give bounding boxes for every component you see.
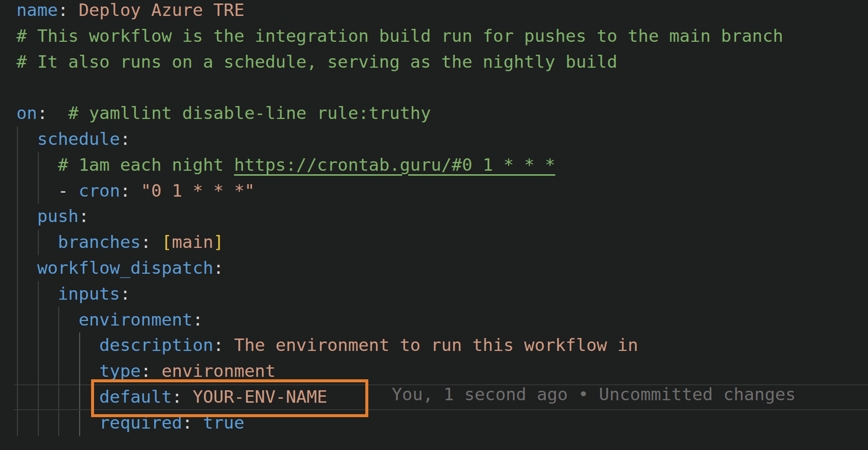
code-line[interactable]: # 1am each night https://crontab.guru/#0…: [0, 152, 868, 178]
code-token-plain: [16, 232, 58, 252]
indent-guide: [38, 358, 39, 384]
indent-guide: [17, 126, 18, 152]
code-line[interactable]: # It also runs on a schedule, serving as…: [0, 49, 868, 75]
indent-guide: [17, 410, 18, 436]
code-token-key: default: [100, 387, 172, 407]
code-line[interactable]: - cron: "0 1 * * *": [0, 178, 868, 204]
code-token-punct: :: [193, 310, 203, 330]
code-token-key: cron: [79, 181, 120, 201]
indent-guide: [58, 410, 59, 436]
indent-guide: [38, 152, 39, 178]
indent-guide: [38, 410, 39, 436]
code-token-plain: [16, 387, 100, 407]
indent-guide: [17, 204, 18, 229]
code-token-plain: [16, 258, 37, 278]
code-token-key: on: [16, 103, 37, 123]
indent-guide: [38, 384, 39, 410]
indent-guide: [79, 410, 80, 436]
indent-guide: [79, 358, 80, 384]
indent-guide: [58, 307, 59, 333]
code-token-comment: # This workflow is the integration build…: [16, 26, 783, 46]
code-token-string: "0 1 * * *": [141, 181, 255, 201]
code-token-punct: :: [120, 129, 130, 149]
code-token-punct: -: [58, 181, 79, 201]
code-token-plain: [16, 206, 37, 226]
code-token-comment: # 1am each night: [58, 155, 234, 175]
indent-guide: [17, 384, 18, 410]
code-line[interactable]: branches: [main]: [0, 229, 868, 255]
indent-guide: [58, 333, 59, 358]
indent-guide: [17, 333, 18, 358]
indent-guide: [17, 307, 18, 333]
code-token-key: branches: [58, 232, 141, 252]
code-token-key: inputs: [58, 284, 120, 304]
code-token-plain: [16, 361, 100, 381]
code-token-plain: [16, 413, 100, 433]
code-token-plain: [16, 155, 58, 175]
code-token-plain: [47, 103, 68, 123]
code-token-string: The environment to run this workflow in: [234, 335, 638, 355]
code-token-plain: [16, 284, 58, 304]
code-token-key: schedule: [37, 129, 120, 149]
code-line[interactable]: workflow_dispatch:: [0, 255, 868, 281]
code-line[interactable]: schedule:: [0, 126, 868, 152]
code-token-punct: :: [79, 206, 89, 226]
indent-guide: [58, 358, 59, 384]
code-token-plain: [16, 310, 79, 330]
indent-guide: [38, 333, 39, 358]
code-token-string: environment: [161, 361, 275, 381]
code-token-bracket: ]: [214, 232, 224, 252]
crontab-guru-link[interactable]: https://crontab.guru/#0_1_*_*_*: [234, 155, 555, 175]
code-token-punct: :: [141, 232, 162, 252]
code-token-key: type: [100, 361, 141, 381]
code-token-punct: :: [37, 103, 48, 123]
code-token-bracket: [: [161, 232, 172, 252]
code-line[interactable]: name: Deploy Azure TRE: [0, 0, 868, 23]
code-editor[interactable]: name: Deploy Azure TRE# This workflow is…: [0, 0, 868, 450]
code-token-punct: :: [172, 387, 193, 407]
code-token-bool: true: [203, 413, 244, 433]
code-token-key: description: [100, 335, 214, 355]
code-lines-container: name: Deploy Azure TRE# This workflow is…: [0, 0, 868, 436]
code-token-key: required: [100, 413, 183, 433]
code-token-key: environment: [79, 310, 193, 330]
indent-guide: [79, 333, 80, 358]
code-line[interactable]: # This workflow is the integration build…: [0, 23, 868, 49]
code-line[interactable]: on: # yamllint disable-line rule:truthy: [0, 101, 868, 126]
code-token-punct: :: [141, 361, 162, 381]
code-token-key: workflow_dispatch: [37, 258, 214, 278]
code-token-plain: [16, 129, 37, 149]
indent-guide: [38, 229, 39, 255]
code-token-punct: :: [214, 258, 224, 278]
code-line[interactable]: type: environment: [0, 358, 868, 384]
indent-guide: [79, 384, 80, 410]
code-token-string: main: [172, 232, 213, 252]
code-line[interactable]: required: true: [0, 410, 868, 436]
code-line[interactable]: [0, 75, 868, 101]
indent-guide: [58, 384, 59, 410]
indent-guide: [17, 178, 18, 204]
code-line[interactable]: push:: [0, 204, 868, 229]
code-token-punct: :: [214, 335, 234, 355]
code-token-plain: [16, 181, 58, 201]
code-token-key: name: [16, 0, 58, 20]
code-line[interactable]: environment:: [0, 307, 868, 333]
indent-guide: [38, 281, 39, 307]
code-token-key: push: [37, 206, 79, 226]
code-token-punct: :: [120, 284, 130, 304]
indent-guide: [17, 152, 18, 178]
indent-guide: [17, 358, 18, 384]
indent-guide: [17, 255, 18, 281]
indent-guide: [38, 307, 39, 333]
code-line[interactable]: default: YOUR-ENV-NAME: [0, 384, 868, 410]
code-token-punct: :: [182, 413, 203, 433]
indent-guide: [38, 178, 39, 204]
code-token-plain: [16, 335, 100, 355]
code-line[interactable]: description: The environment to run this…: [0, 333, 868, 358]
code-token-string: Deploy Azure TRE: [79, 0, 244, 20]
code-token-punct: :: [120, 181, 141, 201]
code-token-string: YOUR-ENV-NAME: [193, 387, 327, 407]
indent-guide: [17, 281, 18, 307]
code-token-comment: # It also runs on a schedule, serving as…: [16, 52, 617, 72]
code-line[interactable]: inputs:: [0, 281, 868, 307]
